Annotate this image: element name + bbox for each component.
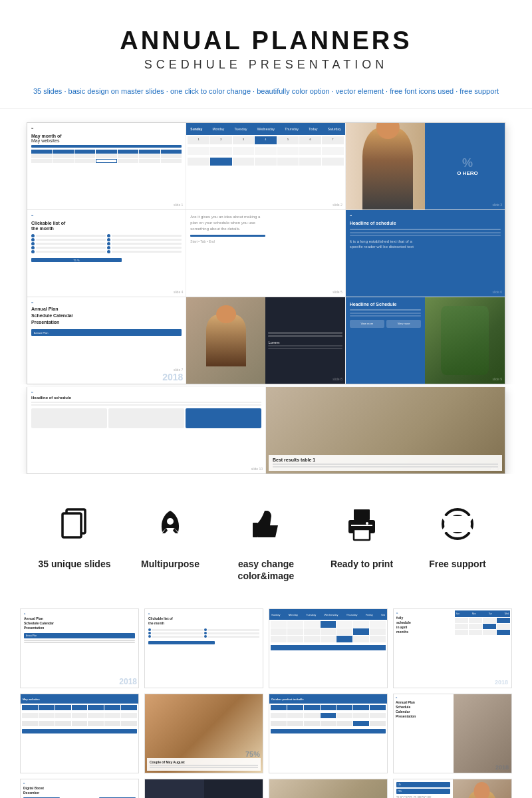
feature-bar: 35 slides · basic design on master slide…: [0, 82, 532, 109]
icons-row: 35 unique slides Multipurpose: [27, 501, 505, 582]
preview-slide-10: “ Headline of schedule slide 10: [27, 387, 266, 473]
main-title: ANNUAL PLANNERS: [13, 27, 519, 55]
preview-slide-6: “ Headline of schedule It is a long esta…: [346, 210, 505, 297]
multipurpose-label: Multipurpose: [141, 558, 200, 570]
gallery-item-12: 11k 75% SUCCESS IS RESCUEFROM ZERO TO HE…: [393, 779, 512, 798]
support-label: Free support: [429, 558, 486, 570]
gallery-grid: “ Annual PlanSchedule CalendarPresentati…: [20, 608, 512, 798]
print-label: Ready to print: [331, 558, 393, 570]
features-section: 35 unique slides Multipurpose: [0, 474, 532, 595]
gallery-item-9: “ Digital BoostDecember: [20, 779, 139, 798]
svg-point-2: [167, 518, 174, 525]
rocket-icon: [147, 501, 194, 547]
feature-print: Ready to print: [315, 501, 408, 570]
svg-rect-3: [253, 523, 258, 537]
feature-slides: 35 unique slides: [28, 501, 121, 570]
gallery-item-10: Lorem: [144, 779, 263, 798]
preview-slide-7: “ Annual PlanSchedule CalendarPresentati…: [27, 297, 186, 384]
preview-slide-8: Lorem slide 8: [186, 297, 345, 384]
preview-slide-9: Headline of Schedule View more View more…: [346, 297, 505, 384]
slides-icon: [51, 501, 98, 547]
preview-slide-5: Are it gives you an idea about making ap…: [186, 210, 345, 297]
slides-label: 35 unique slides: [39, 558, 111, 570]
support-icon: [434, 501, 481, 547]
gallery-item-1: “ Annual PlanSchedule CalendarPresentati…: [20, 608, 139, 688]
gallery-item-6: Couple of May August 75%: [144, 694, 263, 773]
gallery-item-7: October product tuckable: [269, 694, 388, 773]
gallery-item-2: “ Clickable list ofthe month: [144, 608, 263, 688]
svg-point-8: [366, 522, 368, 525]
thumbsup-icon: [243, 501, 289, 547]
gallery-item-3: Sunday Monday Tuesday Wednesday Thursday…: [269, 608, 388, 688]
preview-slide-1: “ May month of May websites: [27, 123, 186, 209]
preview-slide-2: Sunday Monday Tuesday Wednesday Thursday…: [186, 123, 345, 209]
main-subtitle: SCEDHULE PRESENTATION: [13, 58, 519, 72]
feature-color: easy change color&image: [219, 501, 313, 582]
gallery-section: “ Annual PlanSchedule CalendarPresentati…: [0, 595, 532, 798]
gallery-item-11: Strategy: [269, 779, 388, 798]
gallery-item-5: May websites: [20, 694, 139, 773]
gallery-item-4: “ fullyschedulein aprilmonths SunMonTueW…: [393, 608, 512, 688]
preview-slide-11: Best results table 1 slide 11: [266, 387, 505, 473]
preview-slide-3: % O HERO slide 3: [346, 123, 505, 209]
svg-rect-1: [63, 513, 81, 537]
header-section: ANNUAL PLANNERS SCEDHULE PRESENTATION: [0, 0, 532, 82]
preview-slide-4: “ Clickable list of the month: [27, 210, 186, 297]
color-label: easy change color&image: [219, 558, 313, 582]
gallery-item-8: “ Annual PlanScheduleCalendarPresentatio…: [393, 694, 512, 773]
feature-support: Free support: [411, 501, 504, 570]
feature-multipurpose: Multipurpose: [124, 501, 217, 570]
svg-rect-6: [354, 529, 370, 540]
print-icon: [338, 501, 385, 547]
svg-rect-4: [354, 509, 370, 520]
